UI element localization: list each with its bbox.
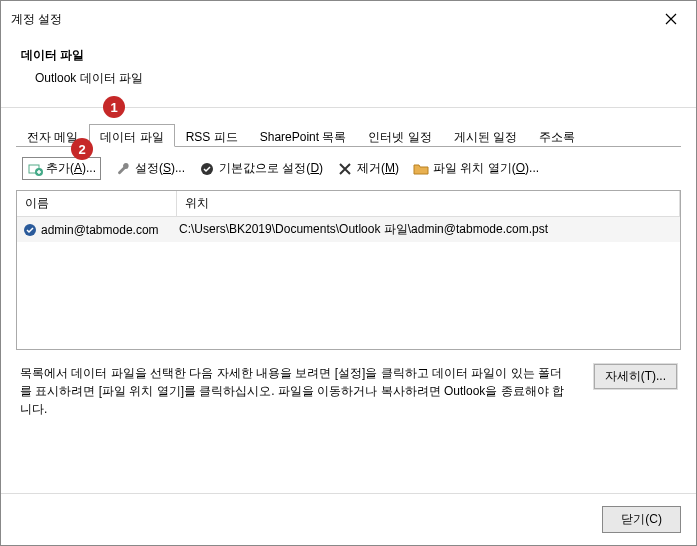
header-section: 데이터 파일 Outlook 데이터 파일 <box>1 37 696 107</box>
data-file-icon <box>23 223 37 237</box>
footer: 닫기(C) <box>1 493 696 545</box>
cell-name: admin@tabmode.com <box>23 223 179 237</box>
settings-button[interactable]: 설정(S)... <box>115 160 185 177</box>
open-location-button[interactable]: 파일 위치 열기(O)... <box>413 160 539 177</box>
remove-label: 제거(M) <box>357 160 399 177</box>
set-default-label: 기본값으로 설정(D) <box>219 160 323 177</box>
open-location-label: 파일 위치 열기(O)... <box>433 160 539 177</box>
details-button[interactable]: 자세히(T)... <box>594 364 677 389</box>
set-default-button[interactable]: 기본값으로 설정(D) <box>199 160 323 177</box>
tab-rss-feeds[interactable]: RSS 피드 <box>175 124 249 147</box>
settings-label: 설정(S)... <box>135 160 185 177</box>
add-label: 추가(A)... <box>46 160 96 177</box>
close-button[interactable] <box>656 9 686 29</box>
page-subtitle: Outlook 데이터 파일 <box>21 70 676 87</box>
tab-data-files[interactable]: 데이터 파일 <box>89 124 174 147</box>
tab-address-books[interactable]: 주소록 <box>528 124 586 147</box>
tab-sharepoint[interactable]: SharePoint 목록 <box>249 124 358 147</box>
add-button[interactable]: 추가(A)... <box>22 157 101 180</box>
table-header: 이름 위치 <box>17 191 680 217</box>
cell-location: C:\Users\BK2019\Documents\Outlook 파일\adm… <box>179 221 674 238</box>
annotation-badge-1: 1 <box>103 96 125 118</box>
annotation-badge-2: 2 <box>71 138 93 160</box>
info-section: 목록에서 데이터 파일을 선택한 다음 자세한 내용을 보려면 [설정]을 클릭… <box>16 350 681 432</box>
close-dialog-button[interactable]: 닫기(C) <box>602 506 681 533</box>
titlebar: 계정 설정 <box>1 1 696 37</box>
cell-name-text: admin@tabmode.com <box>41 223 159 237</box>
tab-bar: 전자 메일 데이터 파일 RSS 피드 SharePoint 목록 인터넷 일정… <box>16 123 681 147</box>
page-title: 데이터 파일 <box>21 47 676 64</box>
table-row[interactable]: admin@tabmode.com C:\Users\BK2019\Docume… <box>17 217 680 242</box>
tab-published-calendars[interactable]: 게시된 일정 <box>443 124 528 147</box>
check-circle-icon <box>199 161 215 177</box>
remove-icon <box>337 161 353 177</box>
wrench-icon <box>115 161 131 177</box>
window-title: 계정 설정 <box>11 11 62 28</box>
remove-button[interactable]: 제거(M) <box>337 160 399 177</box>
close-icon <box>665 13 677 25</box>
content-area: 1 2 전자 메일 데이터 파일 RSS 피드 SharePoint 목록 인터… <box>1 108 696 442</box>
info-text: 목록에서 데이터 파일을 선택한 다음 자세한 내용을 보려면 [설정]을 클릭… <box>20 364 574 418</box>
folder-icon <box>413 161 429 177</box>
column-header-location[interactable]: 위치 <box>177 191 680 216</box>
data-files-table: 이름 위치 admin@tabmode.com C:\Users\BK2019\… <box>16 190 681 350</box>
column-header-name[interactable]: 이름 <box>17 191 177 216</box>
add-icon <box>27 161 43 177</box>
toolbar: 추가(A)... 설정(S)... 기본값으로 설정(D) 제거(M) 파일 위… <box>16 147 681 190</box>
tab-internet-calendars[interactable]: 인터넷 일정 <box>357 124 442 147</box>
